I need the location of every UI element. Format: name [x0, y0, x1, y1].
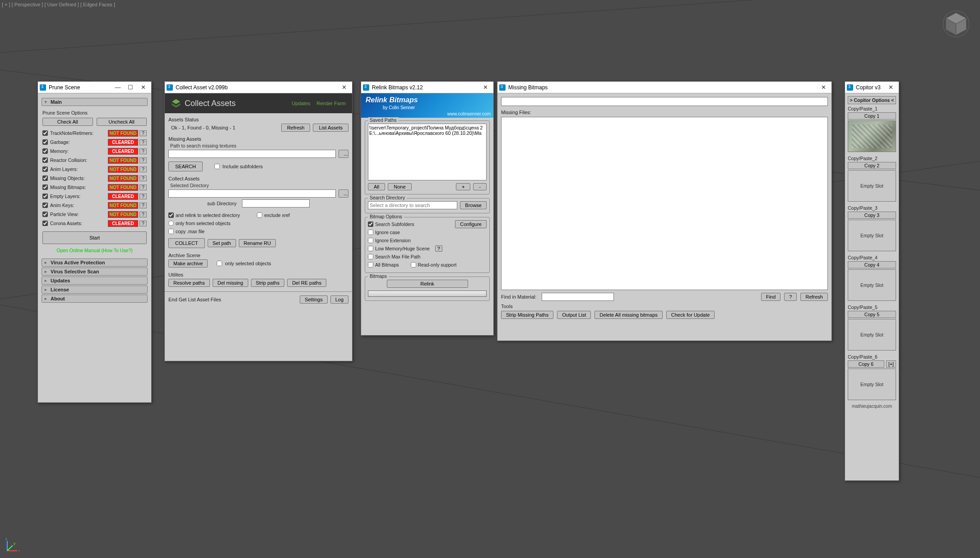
only-selected-radio[interactable]	[168, 221, 174, 226]
output-list-button[interactable]: Output List	[557, 311, 591, 319]
configure-button[interactable]: Configure	[455, 220, 487, 228]
sub-dir-input[interactable]	[242, 199, 310, 208]
help-button[interactable]: ?	[139, 175, 147, 181]
credit-link[interactable]: mathieujacquin.com	[848, 404, 896, 409]
close-button[interactable]: ✕	[137, 83, 149, 92]
strip-paths-button[interactable]: Strip Missing Paths	[501, 311, 553, 319]
log-button[interactable]: Log	[330, 295, 348, 304]
browse-button[interactable]: Browse	[460, 201, 487, 209]
render-farm-link[interactable]: Render Farm	[316, 101, 346, 106]
slot-thumbnail[interactable]: Empty Slot	[848, 319, 896, 350]
viewcube-icon[interactable]	[942, 10, 970, 38]
close-button[interactable]: ✕	[338, 83, 350, 92]
browse-button[interactable]: ...	[339, 150, 348, 158]
refresh-button[interactable]: Refresh	[800, 293, 828, 301]
copy-button[interactable]: Copy 5	[848, 311, 896, 318]
rollout-main[interactable]: ▾Main	[42, 98, 148, 106]
help-button[interactable]: ?	[139, 184, 147, 190]
minimize-button[interactable]: —	[111, 83, 124, 92]
option-checkbox[interactable]	[42, 194, 48, 199]
none-button[interactable]: None	[388, 183, 411, 190]
filter-input[interactable]	[501, 97, 828, 106]
search-max-checkbox[interactable]	[368, 254, 373, 259]
del-missing-button[interactable]: Del missing	[213, 279, 248, 287]
collect-button[interactable]: COLLECT	[168, 238, 205, 248]
selected-dir-input[interactable]	[168, 189, 336, 198]
make-archive-button[interactable]: Make archive	[168, 259, 208, 267]
option-checkbox[interactable]	[42, 130, 48, 136]
option-checkbox[interactable]	[42, 175, 48, 181]
help-button[interactable]: ?	[139, 157, 147, 163]
help-button[interactable]: ?	[139, 139, 147, 145]
banner-url[interactable]: www.colinsenner.com	[447, 111, 491, 116]
add-slot-button[interactable]: [+]	[886, 360, 896, 368]
close-button[interactable]: ✕	[817, 83, 830, 92]
missing-path-input[interactable]	[168, 150, 336, 158]
copy-button[interactable]: Copy 2	[848, 162, 896, 169]
read-only-checkbox[interactable]	[411, 262, 416, 267]
updates-link[interactable]: Updates	[292, 101, 310, 106]
help-button[interactable]: ?	[435, 245, 442, 252]
add-path-button[interactable]: +	[456, 183, 470, 190]
list-item[interactable]: \\server\Temporary_project\Полина Мудбор…	[369, 125, 485, 130]
viewport-label[interactable]: [ + ] [ Perspective ] [ User Defined ] […	[2, 2, 115, 7]
help-button[interactable]: ?	[139, 130, 147, 136]
help-button[interactable]: ?	[139, 212, 147, 217]
rename-ru-button[interactable]: Rename RU	[239, 239, 276, 247]
rollout-virus-selective[interactable]: ▸Virus Selective Scan	[42, 267, 148, 276]
remove-path-button[interactable]: -	[473, 183, 487, 190]
help-button[interactable]: ?	[139, 203, 147, 208]
list-item[interactable]: E:\...ьянова\Архивы\Ярославского 60 (28.…	[369, 130, 485, 136]
saved-paths-list[interactable]: \\server\Temporary_project\Полина Мудбор…	[368, 124, 487, 180]
close-button[interactable]: ✕	[884, 83, 897, 92]
del-re-paths-button[interactable]: Del RE paths	[287, 279, 326, 287]
slot-thumbnail[interactable]: Empty Slot	[848, 220, 896, 251]
copy-button[interactable]: Copy 4	[848, 261, 896, 268]
check-update-button[interactable]: Check for Update	[666, 311, 715, 319]
search-dir-input[interactable]	[368, 201, 457, 209]
all-button[interactable]: All	[368, 183, 385, 190]
delete-all-button[interactable]: Delete All missing bitmaps	[595, 311, 662, 319]
option-checkbox[interactable]	[42, 166, 48, 172]
help-button[interactable]: ?	[139, 194, 147, 199]
help-button[interactable]: ?	[784, 293, 797, 301]
help-button[interactable]: ?	[139, 166, 147, 172]
search-button[interactable]: SEARCH	[168, 161, 203, 171]
option-checkbox[interactable]	[42, 212, 48, 217]
help-button[interactable]: ?	[139, 148, 147, 154]
option-checkbox[interactable]	[42, 148, 48, 154]
ignore-ext-checkbox[interactable]	[368, 238, 373, 243]
slot-thumbnail[interactable]	[848, 120, 896, 152]
titlebar[interactable]: Copitor v3 ✕	[845, 82, 899, 93]
option-checkbox[interactable]	[42, 221, 48, 226]
ignore-case-checkbox[interactable]	[368, 230, 373, 235]
close-button[interactable]: ✕	[479, 83, 492, 92]
find-button[interactable]: Find	[761, 293, 780, 301]
uncheck-all-button[interactable]: Uncheck All	[97, 118, 147, 126]
rollout-virus-active[interactable]: ▸Virus Active Protection	[42, 258, 148, 267]
list-assets-button[interactable]: List Assets	[313, 124, 348, 132]
slot-thumbnail[interactable]: Empty Slot	[848, 269, 896, 301]
copitor-options-button[interactable]: > Copitor Options <	[848, 96, 896, 104]
copy-button[interactable]: Copy 3	[848, 212, 896, 219]
option-checkbox[interactable]	[42, 184, 48, 190]
copy-button[interactable]: Copy 1	[848, 112, 896, 120]
search-subfolders-checkbox[interactable]	[368, 221, 373, 227]
titlebar[interactable]: Collect Asset v2.099b ✕	[165, 82, 352, 93]
titlebar[interactable]: Missing Bitmaps ✕	[497, 82, 831, 93]
start-button[interactable]: Start	[42, 231, 147, 244]
include-subfolders-checkbox[interactable]	[214, 164, 220, 169]
rollout-license[interactable]: ▸License	[42, 286, 148, 294]
exclude-xref-checkbox[interactable]	[257, 212, 262, 218]
resolve-paths-button[interactable]: Resolve paths	[168, 279, 210, 287]
titlebar[interactable]: Prune Scene — ☐ ✕	[38, 82, 151, 93]
only-selected-objs-checkbox[interactable]	[217, 261, 222, 266]
slot-thumbnail[interactable]: Empty Slot	[848, 170, 896, 202]
all-bitmaps-checkbox[interactable]	[368, 262, 373, 267]
slot-thumbnail[interactable]: Empty Slot	[848, 369, 896, 400]
help-button[interactable]: ?	[139, 221, 147, 226]
browse-button[interactable]: ...	[339, 189, 348, 198]
titlebar[interactable]: Relink Bitmaps v2.12 ✕	[361, 82, 493, 93]
rollout-about[interactable]: ▸About	[42, 295, 148, 303]
relink-button[interactable]: Relink	[387, 280, 468, 288]
